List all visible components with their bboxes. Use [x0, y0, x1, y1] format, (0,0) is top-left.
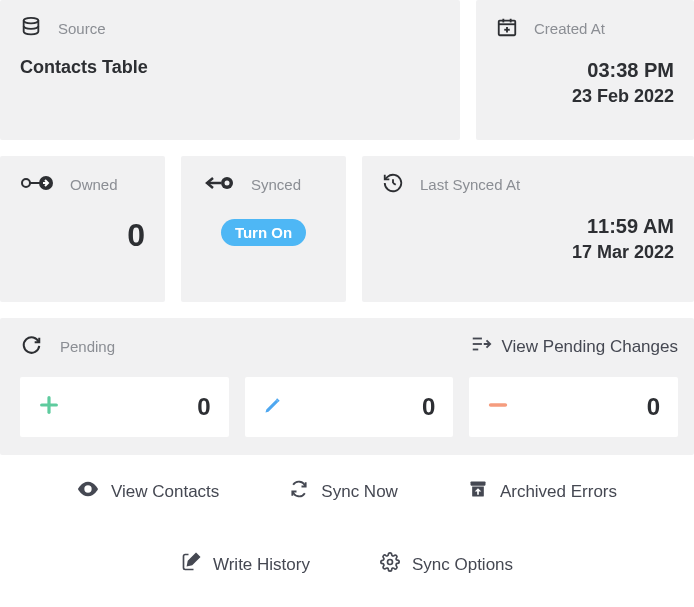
last-synced-label: Last Synced At	[420, 176, 520, 193]
sync-now-button[interactable]: Sync Now	[289, 479, 398, 504]
pending-edited-value: 0	[422, 393, 435, 421]
view-contacts-label: View Contacts	[111, 482, 219, 502]
created-at-date: 23 Feb 2022	[496, 86, 674, 107]
write-history-button[interactable]: Write History	[181, 552, 310, 577]
list-arrow-icon	[470, 334, 492, 359]
sync-arrow-icon	[201, 172, 235, 197]
sync-now-label: Sync Now	[321, 482, 398, 502]
write-history-label: Write History	[213, 555, 310, 575]
synced-card: Synced Turn On	[181, 156, 346, 302]
pending-removed-counter: 0	[469, 377, 678, 437]
created-at-label: Created At	[534, 20, 605, 37]
sync-options-button[interactable]: Sync Options	[380, 552, 513, 577]
archived-errors-label: Archived Errors	[500, 482, 617, 502]
owned-value: 0	[20, 217, 145, 254]
synced-label: Synced	[251, 176, 301, 193]
pending-added-value: 0	[197, 393, 210, 421]
sync-icon	[289, 479, 309, 504]
key-arrow-icon	[20, 172, 54, 197]
minus-icon	[487, 394, 509, 420]
pending-added-counter: 0	[20, 377, 229, 437]
owned-card: Owned 0	[0, 156, 165, 302]
refresh-icon	[20, 334, 42, 359]
owned-label: Owned	[70, 176, 118, 193]
svg-rect-22	[470, 482, 485, 486]
svg-point-0	[24, 18, 39, 24]
edit-note-icon	[181, 552, 201, 577]
actions-bar: View Contacts Sync Now Archived Errors	[0, 455, 694, 585]
pending-edited-counter: 0	[245, 377, 454, 437]
view-contacts-button[interactable]: View Contacts	[77, 479, 219, 504]
svg-point-7	[22, 179, 30, 187]
database-icon	[20, 16, 42, 41]
pending-card: Pending View Pending Changes 0	[0, 318, 694, 455]
svg-point-23	[387, 560, 392, 565]
gear-icon	[380, 552, 400, 577]
svg-point-21	[86, 487, 90, 491]
last-synced-date: 17 Mar 2022	[382, 242, 674, 263]
view-pending-changes-label: View Pending Changes	[502, 337, 678, 357]
pencil-icon	[263, 395, 283, 419]
svg-point-11	[225, 181, 230, 186]
eye-icon	[77, 481, 99, 502]
created-at-card: Created At 03:38 PM 23 Feb 2022	[476, 0, 694, 140]
sync-options-label: Sync Options	[412, 555, 513, 575]
source-value: Contacts Table	[20, 57, 440, 78]
svg-line-14	[393, 183, 396, 185]
archive-icon	[468, 479, 488, 504]
source-card: Source Contacts Table	[0, 0, 460, 140]
turn-on-button[interactable]: Turn On	[221, 219, 306, 246]
source-label: Source	[58, 20, 106, 37]
calendar-plus-icon	[496, 16, 518, 41]
pending-removed-value: 0	[647, 393, 660, 421]
last-synced-time: 11:59 AM	[382, 215, 674, 238]
plus-icon	[38, 394, 60, 420]
last-synced-card: Last Synced At 11:59 AM 17 Mar 2022	[362, 156, 694, 302]
created-at-time: 03:38 PM	[496, 59, 674, 82]
pending-label: Pending	[60, 338, 115, 355]
history-icon	[382, 172, 404, 197]
view-pending-changes-link[interactable]: View Pending Changes	[470, 334, 678, 359]
archived-errors-button[interactable]: Archived Errors	[468, 479, 617, 504]
